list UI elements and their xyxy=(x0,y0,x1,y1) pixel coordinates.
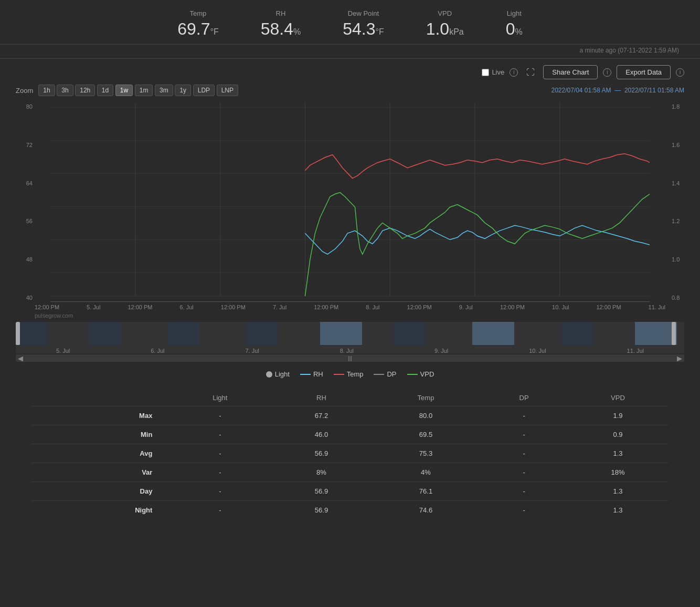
svg-rect-17 xyxy=(320,322,362,345)
svg-rect-21 xyxy=(635,322,677,345)
legend-dot xyxy=(266,371,272,378)
y-axis-right: 1.81.61.41.21.00.8 xyxy=(670,102,684,302)
light-value: 0% xyxy=(506,19,523,39)
table-cell: - xyxy=(168,425,272,444)
x-axis-label: 12:00 PM xyxy=(500,304,525,310)
x-axis-label: 12:00 PM xyxy=(314,304,338,310)
zoom-btn-1h[interactable]: 1h xyxy=(38,85,55,96)
y-left-label: 40 xyxy=(16,295,33,301)
light-label: Light xyxy=(506,9,523,17)
zoom-btn-3m[interactable]: 3m xyxy=(155,85,173,96)
scroll-thumb[interactable]: ||| xyxy=(348,355,352,361)
table-cell: - xyxy=(168,463,272,482)
navigator-dates: 5. Jul6. Jul7. Jul8. Jul9. Jul10. Jul11.… xyxy=(16,347,684,353)
y-left-label: 64 xyxy=(16,180,33,186)
stat-light: Light 0% xyxy=(506,9,523,39)
live-checkbox[interactable] xyxy=(482,69,489,76)
table-cell: 1.3 xyxy=(567,444,669,463)
y-right-label: 1.6 xyxy=(672,142,684,148)
table-cell: - xyxy=(168,501,272,520)
stat-dewpoint: Dew Point 54.3°F xyxy=(343,9,384,39)
table-cell: 56.9 xyxy=(272,501,370,520)
x-axis-label: 5. Jul xyxy=(87,304,100,310)
legend-line xyxy=(374,374,384,375)
table-header: DP xyxy=(481,390,567,406)
vpd-value: 1.0kPa xyxy=(426,19,464,39)
row-label: Min xyxy=(31,425,168,444)
table-header: VPD xyxy=(567,390,669,406)
legend-label: Temp xyxy=(347,370,364,378)
svg-rect-22 xyxy=(16,322,20,345)
y-right-label: 0.8 xyxy=(672,295,684,301)
svg-rect-19 xyxy=(472,322,514,345)
zoom-btn-1w[interactable]: 1w xyxy=(115,85,133,96)
table-row: Var-8%4%-18% xyxy=(31,463,669,482)
zoom-row: Zoom 1h 3h 12h 1d 1w 1m 3m 1y LDP LNP 20… xyxy=(0,82,700,98)
rh-label: RH xyxy=(261,9,301,17)
scroll-right-icon[interactable]: ▶ xyxy=(675,354,684,362)
svg-rect-23 xyxy=(672,322,676,345)
zoom-btn-lnp[interactable]: LNP xyxy=(217,85,238,96)
table-cell: 4% xyxy=(371,463,481,482)
fullscreen-button[interactable]: ⛶ xyxy=(523,67,538,78)
table-cell: 75.3 xyxy=(371,444,481,463)
chart-canvas xyxy=(50,102,650,302)
table-cell: - xyxy=(168,444,272,463)
x-axis-label: 6. Jul xyxy=(179,304,193,310)
x-axis-label: 8. Jul xyxy=(366,304,379,310)
x-axis-label: 9. Jul xyxy=(459,304,473,310)
y-right-label: 1.2 xyxy=(672,218,684,224)
row-label: Day xyxy=(31,482,168,501)
zoom-buttons: 1h 3h 12h 1d 1w 1m 3m 1y LDP LNP xyxy=(38,85,238,96)
scroll-left-icon[interactable]: ◀ xyxy=(16,354,25,362)
share-chart-button[interactable]: Share Chart xyxy=(543,65,598,79)
x-axis-label: 12:00 PM xyxy=(128,304,152,310)
nav-date-label: 7. Jul xyxy=(245,348,259,353)
legend-label: Light xyxy=(275,370,290,378)
navigator[interactable]: 5. Jul6. Jul7. Jul8. Jul9. Jul10. Jul11.… xyxy=(16,322,684,353)
table-cell: - xyxy=(481,444,567,463)
live-info-icon[interactable]: i xyxy=(510,68,518,77)
nav-scrollbar[interactable]: ◀ ||| ▶ xyxy=(16,354,684,362)
stats-bar: Temp 69.7°F RH 58.4% Dew Point 54.3°F VP… xyxy=(0,0,700,45)
y-left-label: 48 xyxy=(16,256,33,263)
svg-rect-20 xyxy=(561,322,593,345)
zoom-btn-12h[interactable]: 12h xyxy=(75,85,95,96)
svg-rect-16 xyxy=(247,322,278,345)
legend-item-rh: RH xyxy=(300,370,323,378)
table-cell: 1.3 xyxy=(567,482,669,501)
table-cell: 1.9 xyxy=(567,406,669,425)
table-row: Max-67.280.0-1.9 xyxy=(31,406,669,425)
watermark: pulsegrow.com xyxy=(16,311,684,320)
table-cell: - xyxy=(481,425,567,444)
x-axis-label: 12:00 PM xyxy=(35,304,59,310)
table-cell: 76.1 xyxy=(371,482,481,501)
table-cell: 18% xyxy=(567,463,669,482)
zoom-btn-ldp[interactable]: LDP xyxy=(193,85,215,96)
export-info-icon[interactable]: i xyxy=(676,68,684,77)
zoom-btn-1d[interactable]: 1d xyxy=(97,85,113,96)
table-cell: 0.9 xyxy=(567,425,669,444)
share-info-icon[interactable]: i xyxy=(603,68,611,77)
table-header: RH xyxy=(272,390,370,406)
x-axis-label: 11. Jul xyxy=(649,304,665,310)
zoom-btn-1m[interactable]: 1m xyxy=(135,85,153,96)
zoom-btn-3h[interactable]: 3h xyxy=(57,85,73,96)
y-right-label: 1.0 xyxy=(672,256,684,263)
nav-date-label: 9. Jul xyxy=(434,348,448,353)
table-cell: 8% xyxy=(272,463,370,482)
legend-item-dp: DP xyxy=(374,370,396,378)
export-data-button[interactable]: Export Data xyxy=(617,65,671,79)
live-toggle[interactable]: Live xyxy=(482,68,504,76)
nav-date-label: 10. Jul xyxy=(529,348,546,353)
svg-rect-18 xyxy=(394,322,425,345)
timestamp: a minute ago (07-11-2022 1:59 AM) xyxy=(0,45,700,59)
zoom-btn-1y[interactable]: 1y xyxy=(175,85,191,96)
temp-label: Temp xyxy=(177,9,218,17)
row-label: Max xyxy=(31,406,168,425)
dewpoint-value: 54.3°F xyxy=(343,19,384,39)
nav-date-label: 11. Jul xyxy=(627,348,644,353)
svg-rect-15 xyxy=(168,322,199,345)
nav-date-label: 5. Jul xyxy=(56,348,70,353)
table-cell: - xyxy=(481,501,567,520)
